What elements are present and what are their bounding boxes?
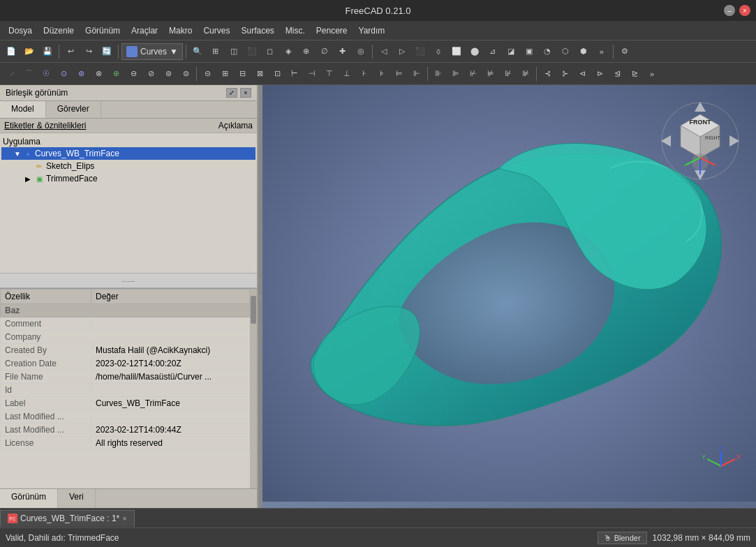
tb2-25[interactable]: ⊪	[430, 66, 447, 82]
tb2-23[interactable]: ⊨	[391, 66, 408, 82]
navigation-cube[interactable]: FRONT RIGHT	[658, 99, 742, 183]
tb-view1[interactable]: 🔍	[189, 43, 206, 60]
blender-icon: 🖱	[604, 534, 612, 542]
menu-item-pencere[interactable]: Pencere	[311, 23, 353, 38]
tb2-13[interactable]: ⊞	[216, 66, 233, 82]
tab-gorevler[interactable]: Görevler	[46, 101, 101, 118]
tb2-9[interactable]: ⊘	[142, 66, 159, 82]
tb2-34[interactable]: ⊳	[591, 66, 608, 82]
tab-description[interactable]: Açıklama	[214, 119, 257, 133]
tb2-2[interactable]: ⌒	[20, 66, 37, 82]
tb-new[interactable]: 📄	[3, 43, 20, 60]
tb-open[interactable]: 📂	[21, 43, 38, 60]
tb2-36[interactable]: ⊵	[626, 66, 643, 82]
tb-nav10[interactable]: ◔	[539, 43, 556, 60]
file-tab-close[interactable]: ×	[122, 514, 126, 523]
tb-nav8[interactable]: ◪	[503, 43, 519, 60]
tree-item-curves-wb[interactable]: ▼ ● Curves_WB_TrimFace	[1, 147, 255, 160]
tb2-27[interactable]: ⊬	[465, 66, 482, 82]
tb-nav3[interactable]: ⬛	[412, 43, 429, 60]
tb2-10[interactable]: ⊚	[160, 66, 177, 82]
tb2-17[interactable]: ⊢	[286, 66, 303, 82]
menu-item-surfaces[interactable]: Surfaces	[235, 23, 279, 38]
tree-root: Uygulama	[1, 136, 255, 147]
bottom-tab-gorunum[interactable]: Görünüm	[0, 489, 58, 508]
tb-nav7[interactable]: ⊿	[484, 43, 501, 60]
tb-nav6[interactable]: ⬤	[466, 43, 483, 60]
tb-nav11[interactable]: ⬡	[557, 43, 574, 60]
tb2-21[interactable]: ⊦	[356, 66, 373, 82]
tb-refresh[interactable]: 🔄	[98, 43, 115, 60]
menu-item-gorunum[interactable]: Görünüm	[80, 23, 126, 38]
tb-nav4[interactable]: ◊	[430, 43, 447, 60]
tb-undo[interactable]: ↩	[62, 43, 79, 60]
tb-view4[interactable]: ⬛	[244, 43, 260, 60]
tb2-33[interactable]: ⊲	[574, 66, 591, 82]
tb2-32[interactable]: ⊱	[556, 66, 573, 82]
panel-expand-btn[interactable]: ⤢	[226, 88, 237, 98]
menu-item-makro[interactable]: Makro	[163, 23, 198, 38]
tb2-20[interactable]: ⊥	[339, 66, 355, 82]
tb-nav12[interactable]: ⬢	[575, 43, 592, 60]
tb-nav2[interactable]: ▷	[394, 43, 410, 60]
menu-item-yardim[interactable]: Yardım	[353, 23, 391, 38]
blender-button[interactable]: 🖱 Blender	[598, 532, 647, 544]
tb2-4[interactable]: ⊙	[55, 66, 72, 82]
bottom-tab-veri[interactable]: Veri	[58, 489, 96, 508]
tb2-more[interactable]: »	[644, 66, 660, 82]
menu-item-araclar[interactable]: Araçlar	[126, 23, 163, 38]
tb2-14[interactable]: ⊟	[234, 66, 251, 82]
tb2-18[interactable]: ⊣	[304, 66, 320, 82]
tb2-16[interactable]: ⊡	[269, 66, 286, 82]
tb-settings[interactable]: ⚙	[616, 43, 633, 60]
menu-item-dosya[interactable]: Dosya	[3, 23, 38, 38]
minimize-button[interactable]: –	[724, 5, 735, 16]
tb-view9[interactable]: ✚	[334, 43, 351, 60]
tb2-11[interactable]: ⊜	[177, 66, 194, 82]
workbench-selector[interactable]: Curves ▼	[121, 43, 183, 60]
file-tab-trimface[interactable]: FC Curves_WB_TrimFace : 1* ×	[0, 510, 135, 527]
tb2-19[interactable]: ⊤	[321, 66, 338, 82]
tab-model[interactable]: Model	[0, 101, 46, 118]
tb2-8[interactable]: ⊖	[125, 66, 142, 82]
viewport-3d[interactable]: FRONT RIGHT X Y Z	[262, 85, 756, 508]
file-tab-label: Curves_WB_TrimFace : 1*	[20, 514, 119, 523]
tb-view6[interactable]: ◈	[280, 43, 297, 60]
tree-item-sketch[interactable]: ✏ Sketch_Elips	[1, 160, 255, 172]
tb-more1[interactable]: »	[593, 43, 610, 60]
tb2-3[interactable]: ☉	[38, 66, 54, 82]
menu-item-misc[interactable]: Misc.	[280, 23, 311, 38]
tb-nav1[interactable]: ◁	[376, 43, 392, 60]
tb2-30[interactable]: ⊯	[517, 66, 534, 82]
tb-view7[interactable]: ⊕	[298, 43, 315, 60]
sep1	[59, 45, 59, 59]
tree-item-trimmed[interactable]: ▶ ▣ TrimmedFace	[1, 172, 255, 185]
panel-close-btn[interactable]: ×	[240, 88, 251, 98]
tb-nav9[interactable]: ▣	[521, 43, 538, 60]
tb-redo[interactable]: ↪	[80, 43, 97, 60]
tb2-5[interactable]: ⊛	[73, 66, 89, 82]
tab-labels[interactable]: Etiketler & öznitelikleri	[0, 119, 90, 133]
tb2-29[interactable]: ⊮	[500, 66, 517, 82]
tb-view2[interactable]: ⊞	[207, 43, 224, 60]
tb2-15[interactable]: ⊠	[251, 66, 268, 82]
tb2-6[interactable]: ⊗	[90, 66, 107, 82]
tb2-1[interactable]: ⟋	[3, 66, 20, 82]
tb2-7[interactable]: ⊕	[108, 66, 124, 82]
tb2-22[interactable]: ⊧	[373, 66, 390, 82]
tb2-12[interactable]: ⊝	[199, 66, 216, 82]
tb2-24[interactable]: ⊩	[408, 66, 425, 82]
tb2-28[interactable]: ⊭	[482, 66, 499, 82]
close-button[interactable]: ×	[739, 5, 750, 16]
tb2-26[interactable]: ⊫	[447, 66, 464, 82]
tb-view10[interactable]: ◎	[353, 43, 369, 60]
tb-nav5[interactable]: ⬜	[448, 43, 465, 60]
tb-view8[interactable]: ∅	[316, 43, 333, 60]
tb-view3[interactable]: ◫	[225, 43, 242, 60]
tb2-31[interactable]: ⊰	[539, 66, 556, 82]
menu-item-duzenle[interactable]: Düzenle	[38, 23, 80, 38]
tb2-35[interactable]: ⊴	[609, 66, 625, 82]
menu-item-curves[interactable]: Curves	[198, 23, 235, 38]
tb-save[interactable]: 💾	[39, 43, 56, 60]
tb-view5[interactable]: ◻	[262, 43, 279, 60]
